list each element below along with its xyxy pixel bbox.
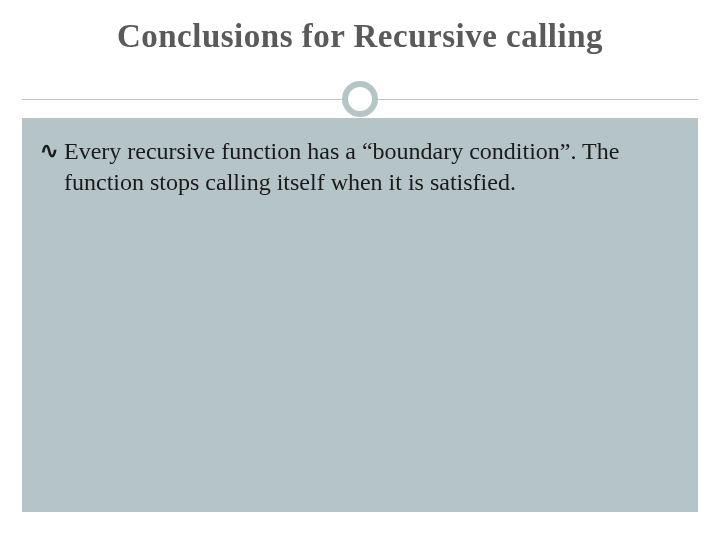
slide: Conclusions for Recursive calling ∿ Ever… — [0, 0, 720, 540]
slide-title: Conclusions for Recursive calling — [117, 18, 603, 55]
content-panel: ∿ Every recursive function has a “bounda… — [22, 118, 698, 512]
list-item: ∿ Every recursive function has a “bounda… — [40, 136, 680, 197]
title-area: Conclusions for Recursive calling — [0, 0, 720, 55]
title-divider — [0, 81, 720, 117]
divider-circle-icon — [342, 81, 378, 117]
curl-bullet-icon: ∿ — [40, 136, 58, 166]
bullet-text: Every recursive function has a “boundary… — [64, 136, 680, 197]
